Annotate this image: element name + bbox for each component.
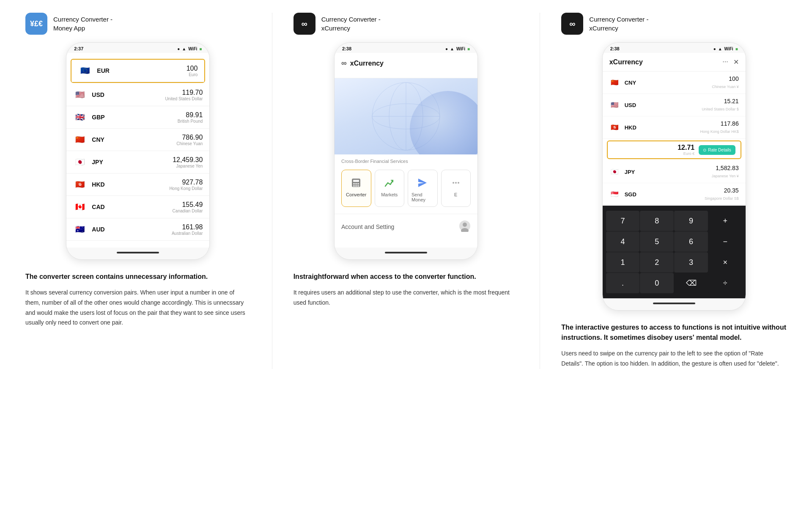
desc-title-2: Instraightforward when access to the con… bbox=[294, 272, 519, 282]
key-dot[interactable]: . bbox=[606, 273, 640, 293]
more-icon[interactable]: ··· bbox=[722, 58, 728, 66]
currency-row-jpy[interactable]: 🇯🇵 JPY 12,459.30 Japanese Yen bbox=[66, 151, 209, 173]
app-header-2: ∞ Currency Converter - xCurrency bbox=[294, 13, 519, 35]
flag-cny: 🇨🇳 bbox=[73, 133, 87, 146]
currency-row-hkd[interactable]: 🇭🇰 HKD 927.78 Hong Kong Dollar bbox=[66, 173, 209, 196]
infinity-icon: ∞ bbox=[341, 59, 347, 68]
account-avatar bbox=[459, 220, 471, 233]
separator-1 bbox=[272, 13, 272, 369]
currency-row-usd[interactable]: 🇺🇸 USD 119.70 United States Dollar bbox=[66, 84, 209, 106]
globe-svg bbox=[364, 78, 448, 154]
status-bar-1: 2:37 ● ▲ WiFi ■ bbox=[66, 43, 209, 53]
key-1[interactable]: 1 bbox=[606, 252, 640, 273]
eur-row-highlighted[interactable]: 🇪🇺 EUR 100 Euro bbox=[71, 59, 205, 83]
send-icon bbox=[416, 176, 429, 190]
key-divide[interactable]: ÷ bbox=[708, 273, 742, 293]
xcurrency2-screen: xCurrency ··· ✕ 🇨🇳 CNY 100 Chinese Yuan … bbox=[603, 53, 746, 298]
header-actions: ··· ✕ bbox=[722, 58, 738, 66]
home-bar-3 bbox=[653, 303, 695, 304]
currency-row2-hkd[interactable]: 🇭🇰 HKD 117.86 Hong Kong Dollar HK$ bbox=[603, 116, 746, 139]
home-indicator-2 bbox=[335, 248, 477, 259]
currency-row-cny[interactable]: 🇨🇳 CNY 786.90 Chinese Yuan bbox=[66, 129, 209, 151]
flag-aud: 🇦🇺 bbox=[73, 223, 87, 236]
close-icon[interactable]: ✕ bbox=[733, 58, 739, 66]
flag-sm-jpy: 🇯🇵 bbox=[609, 166, 620, 177]
app-header-3: ∞ Currency Converter - xCurrency bbox=[561, 13, 787, 35]
app-icon-3: ∞ bbox=[561, 13, 583, 35]
key-plus[interactable]: + bbox=[708, 211, 742, 231]
svg-rect-14 bbox=[453, 182, 454, 184]
flag-sm-cny: 🇨🇳 bbox=[609, 77, 620, 88]
main-container: ¥£€ Currency Converter - Money App 2:37 … bbox=[25, 13, 787, 369]
xcurrency-screen: ∞ xCurrency Cross-Border F bbox=[335, 53, 477, 248]
svg-rect-7 bbox=[353, 183, 355, 184]
svg-point-18 bbox=[463, 223, 467, 227]
desc-body-2: It requires users an additional step to … bbox=[294, 288, 519, 308]
key-minus[interactable]: − bbox=[708, 231, 742, 252]
xcurrency-logo: ∞ xCurrency bbox=[341, 59, 471, 68]
home-bar-2 bbox=[385, 252, 427, 253]
currency-row-gbp[interactable]: 🇬🇧 GBP 89.91 British Pound bbox=[66, 106, 209, 129]
key-backspace[interactable]: ⌫ bbox=[674, 273, 708, 293]
key-3[interactable]: 3 bbox=[674, 252, 708, 273]
numpad: 7 8 9 + 4 5 6 − 1 2 3 × . 0 ⌫ ÷ bbox=[603, 206, 746, 298]
flag-gbp: 🇬🇧 bbox=[73, 110, 87, 124]
key-9[interactable]: 9 bbox=[674, 211, 708, 231]
status-bar-2: 2:38 ● ▲ WiFi ■ bbox=[335, 43, 477, 53]
desc-title-3: The interactive gestures to access to fu… bbox=[561, 322, 787, 343]
svg-rect-9 bbox=[357, 183, 359, 184]
desc-body-3: Users need to swipe on the currency pair… bbox=[561, 349, 787, 369]
flag-jpy: 🇯🇵 bbox=[73, 155, 87, 169]
flag-cad: 🇨🇦 bbox=[73, 200, 87, 214]
nav-markets[interactable]: Markets bbox=[375, 170, 405, 207]
currency-row2-cny[interactable]: 🇨🇳 CNY 100 Chinese Yuan ¥ bbox=[603, 72, 746, 94]
rate-details-button[interactable]: ⊙ Rate Details bbox=[699, 145, 735, 155]
key-4[interactable]: 4 bbox=[606, 231, 640, 252]
account-row[interactable]: Account and Setting bbox=[335, 214, 477, 239]
app-icon-2: ∞ bbox=[294, 13, 315, 35]
key-0[interactable]: 0 bbox=[640, 273, 674, 293]
nav-converter[interactable]: Converter bbox=[341, 170, 371, 207]
desc-body-1: It shows several currency conversion pai… bbox=[25, 288, 251, 328]
svg-rect-12 bbox=[357, 185, 359, 187]
currency-list-screen: 🇪🇺 EUR 100 Euro 🇺🇸 USD 119.70 bbox=[66, 53, 209, 248]
svg-rect-15 bbox=[455, 182, 457, 184]
currency-row2-usd[interactable]: 🇺🇸 USD 15.21 United States Dollar $ bbox=[603, 94, 746, 116]
globe-visual bbox=[335, 78, 477, 154]
currency-row2-jpy[interactable]: 🇯🇵 JPY 1,582.83 Japanese Yen ¥ bbox=[603, 161, 746, 183]
flag-sm-hkd: 🇭🇰 bbox=[609, 122, 620, 133]
rate-details-row[interactable]: 12.71 Euro € ⊙ Rate Details bbox=[607, 140, 741, 159]
svg-rect-10 bbox=[353, 185, 355, 187]
flag-eur: 🇪🇺 bbox=[78, 64, 92, 77]
app-title-2: Currency Converter - xCurrency bbox=[321, 15, 381, 33]
currency-row2-sgd[interactable]: 🇸🇬 SGD 20.35 Singapore Dollar S$ bbox=[603, 183, 746, 206]
nav-extra[interactable]: E bbox=[441, 170, 471, 207]
key-8[interactable]: 8 bbox=[640, 211, 674, 231]
phone-mockup-2: 2:38 ● ▲ WiFi ■ ∞ xCurrency bbox=[334, 42, 478, 260]
desc-title-1: The converter screen contains unnecessar… bbox=[25, 272, 251, 282]
key-multiply[interactable]: × bbox=[708, 252, 742, 273]
home-indicator-1 bbox=[66, 248, 209, 259]
svg-rect-8 bbox=[355, 183, 357, 184]
currency-row-aud[interactable]: 🇦🇺 AUD 161.98 Australian Dollar bbox=[66, 218, 209, 241]
key-2[interactable]: 2 bbox=[640, 252, 674, 273]
svg-marker-13 bbox=[418, 179, 427, 187]
description-2: Instraightforward when access to the con… bbox=[294, 260, 519, 308]
app-title-3: Currency Converter - xCurrency bbox=[589, 15, 648, 33]
flag-hkd: 🇭🇰 bbox=[73, 178, 87, 191]
app-header-1: ¥£€ Currency Converter - Money App bbox=[25, 13, 251, 35]
currency-row-cad[interactable]: 🇨🇦 CAD 155.49 Canadian Dollar bbox=[66, 196, 209, 218]
description-3: The interactive gestures to access to fu… bbox=[561, 311, 787, 369]
column-1: ¥£€ Currency Converter - Money App 2:37 … bbox=[25, 13, 251, 328]
description-1: The converter screen contains unnecessar… bbox=[25, 260, 251, 328]
currency-row-eur[interactable]: 🇪🇺 EUR 100 Euro bbox=[71, 60, 204, 82]
key-5[interactable]: 5 bbox=[640, 231, 674, 252]
svg-rect-11 bbox=[355, 185, 357, 187]
key-7[interactable]: 7 bbox=[606, 211, 640, 231]
key-6[interactable]: 6 bbox=[674, 231, 708, 252]
separator-2 bbox=[540, 13, 540, 369]
currency-list: 🇪🇺 EUR 100 Euro 🇺🇸 USD 119.70 bbox=[66, 53, 209, 244]
column-3: ∞ Currency Converter - xCurrency 2:38 ● … bbox=[561, 13, 787, 369]
nav-send-money[interactable]: Send Money bbox=[408, 170, 438, 207]
status-bar-3: 2:38 ● ▲ WiFi ■ bbox=[603, 43, 746, 53]
